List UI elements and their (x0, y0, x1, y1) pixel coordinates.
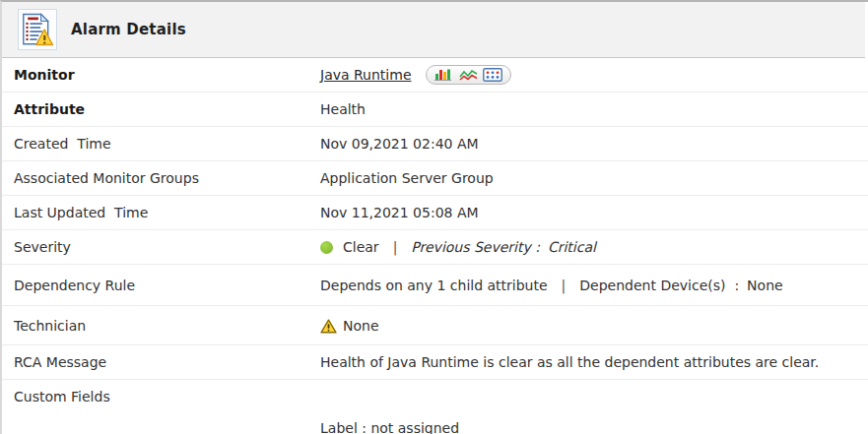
severity-separator: | (393, 239, 398, 255)
table-row-associated-monitor-groups: Associated Monitor Groups Application Se… (2, 161, 868, 196)
associated-monitor-groups-value: Application Server Group (320, 170, 868, 186)
dependent-devices-label: Dependent Device(s) : (579, 278, 739, 293)
last-updated-time-label: Last Updated Time (2, 205, 320, 220)
severity-clear-dot-icon (320, 241, 333, 254)
alarm-details-panel: Alarm Details Monitor Java Runtime (0, 0, 868, 434)
rca-message-label: RCA Message (2, 354, 320, 370)
table-row-last-updated-time: Last Updated Time Nov 11,2021 05:08 AM (2, 196, 868, 230)
severity-status: Clear (343, 239, 379, 255)
bar-chart-icon[interactable] (434, 68, 454, 82)
associated-monitor-groups-label: Associated Monitor Groups (2, 170, 320, 186)
monitor-link[interactable]: Java Runtime (320, 67, 418, 83)
attribute-value: Health (320, 101, 868, 117)
warning-triangle-icon (320, 319, 337, 334)
rca-message-value: Health of Java Runtime is clear as all t… (320, 354, 868, 370)
dependent-devices-value: None (747, 278, 783, 293)
custom-fields-label: Custom Fields (2, 387, 320, 404)
table-row-dependency-rule: Dependency Rule Depends on any 1 child a… (2, 265, 868, 306)
table-row-rca-message: RCA Message Health of Java Runtime is cl… (2, 345, 868, 380)
technician-value: None (343, 318, 379, 334)
created-time-value: Nov 09,2021 02:40 AM (320, 136, 868, 152)
dependency-rule-text: Depends on any 1 child attribute (320, 278, 548, 293)
table-row-attribute: Attribute Health (2, 93, 868, 127)
custom-fields-label-value: Label : not assigned (320, 418, 868, 434)
created-time-label: Created Time (2, 136, 320, 152)
table-row-severity: Severity Clear | Previous Severity : Cri… (2, 230, 868, 265)
technician-label: Technician (2, 318, 320, 334)
panel-title: Alarm Details (71, 21, 186, 38)
monitor-label: Monitor (2, 67, 320, 83)
severity-label: Severity (2, 239, 320, 255)
monitor-actions-pill (426, 65, 511, 85)
attribute-label: Attribute (2, 101, 320, 117)
table-row-created-time: Created Time Nov 09,2021 02:40 AM (2, 127, 868, 161)
table-icon[interactable] (483, 68, 502, 82)
alarm-report-icon (18, 9, 57, 50)
dependency-rule-label: Dependency Rule (2, 278, 320, 293)
panel-header: Alarm Details (2, 2, 865, 58)
table-row-technician: Technician None (2, 306, 868, 345)
previous-severity-value: Critical (548, 239, 596, 255)
table-row-monitor: Monitor Java Runtime (2, 58, 868, 93)
line-chart-icon[interactable] (459, 68, 478, 82)
table-row-custom-fields: Custom Fields Label : not assigned All V… (2, 380, 868, 434)
last-updated-time-value: Nov 11,2021 05:08 AM (320, 205, 868, 220)
dependency-separator: | (562, 278, 567, 293)
previous-severity-label: Previous Severity : (411, 239, 540, 255)
